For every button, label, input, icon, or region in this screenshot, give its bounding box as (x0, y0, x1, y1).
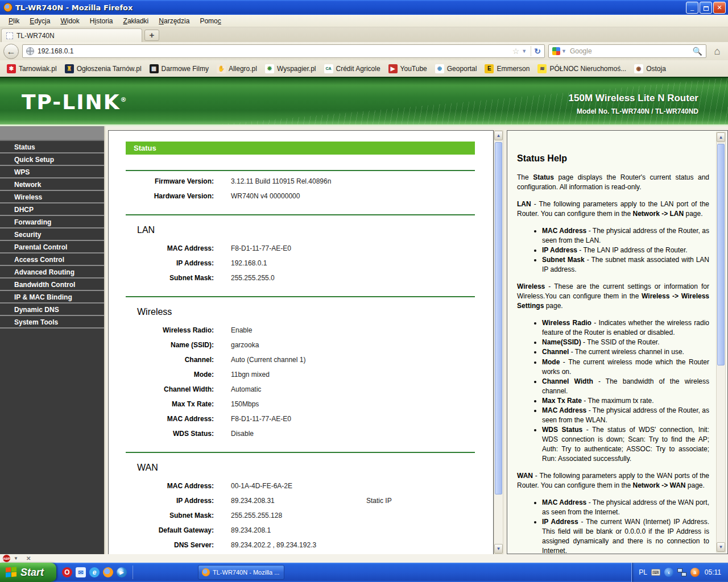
firefox-icon[interactable] (103, 567, 113, 577)
minimize-button[interactable]: _ (686, 2, 698, 14)
sidebar-item-status[interactable]: Status (0, 141, 104, 153)
hide-icons-icon[interactable]: ‹ (664, 568, 673, 577)
sidebar-item-dhcp[interactable]: DHCP (0, 203, 104, 216)
sidebar-item-wps[interactable]: WPS (0, 166, 104, 178)
bookmark-allegro-pl[interactable]: ✋Allegro.pl (213, 63, 260, 74)
internet-explorer-icon[interactable]: e (89, 567, 100, 577)
sidebar-item-access-control[interactable]: Access Control (0, 253, 104, 266)
network-icon[interactable] (677, 568, 686, 577)
bookmark-youtube[interactable]: ▶YouTube (385, 63, 431, 74)
menu-narzędzia[interactable]: Narzędzia (154, 16, 195, 26)
bookmark-emmerson[interactable]: EEmmerson (481, 63, 533, 74)
status-row: WDS Status:Disable (109, 426, 493, 441)
bookmark-label: PÓŁNOC Nieruchomoś... (549, 65, 626, 73)
bookmark-geoportal[interactable]: ⊕Geoportal (432, 63, 481, 74)
url-bar[interactable]: 192.168.0.1 ☆ ▼ ↻ (22, 44, 545, 58)
url-text[interactable]: 192.168.0.1 (38, 47, 512, 55)
tab-tl-wr740n[interactable]: TL-WR740N (1, 28, 142, 42)
main-scrollbar-thumb[interactable] (495, 142, 502, 494)
help-list-item: Wireless Radio - Indicates whether the w… (542, 318, 709, 338)
bookmark-cr-dit-agricole[interactable]: CACrédit Agricole (321, 63, 384, 74)
url-dropdown-icon[interactable]: ▼ (519, 48, 529, 54)
sidebar-item-forwarding[interactable]: Forwarding (0, 216, 104, 228)
search-icon[interactable]: 🔍 (693, 47, 702, 56)
back-button[interactable]: ← (3, 44, 19, 59)
bookmark-północ-nieruchomoś[interactable]: ≋PÓŁNOC Nieruchomoś... (534, 63, 630, 74)
sidebar-item-security[interactable]: Security (0, 228, 104, 241)
row-value: garzooka (231, 338, 259, 352)
bookmark-ostoja[interactable]: ◉Ostoja (631, 63, 669, 74)
sidebar-item-ip-&-mac-binding[interactable]: IP & MAC Binding (0, 291, 104, 304)
menu-zakładki[interactable]: Zakładki (118, 16, 154, 26)
tplink-banner: TP-LINK® 150M Wireless Lite N Router Mod… (0, 77, 728, 126)
reload-icon[interactable]: ↻ (533, 47, 542, 56)
sidebar-item-network[interactable]: Network (0, 178, 104, 191)
opera-icon[interactable]: O (62, 567, 72, 577)
restore-button[interactable] (700, 2, 712, 14)
bookmark-star-icon[interactable]: ☆ (512, 47, 520, 56)
bookmark-tarnowiak-pl[interactable]: ✱Tarnowiak.pl (3, 63, 60, 74)
taskbar-window-button[interactable]: TL-WR740N - Mozilla ... (198, 565, 284, 580)
close-button[interactable]: ✕ (713, 2, 726, 14)
help-scrollbar[interactable]: ▲ ▼ (716, 132, 726, 552)
sidebar-header (0, 126, 104, 141)
status-row: DNS Server:89.234.202.2 , 89.234.192.3 (109, 538, 493, 552)
search-box[interactable]: ▼ Google 🔍 (548, 44, 706, 58)
menu-widok[interactable]: Widok (55, 16, 84, 26)
home-icon[interactable]: ⌂ (710, 44, 725, 59)
search-engine-dropdown-icon[interactable]: ▼ (561, 48, 566, 54)
sidebar-item-bandwidth-control[interactable]: Bandwidth Control (0, 278, 104, 291)
row-value: 3.12.11 Build 110915 Rel.40896n (231, 174, 331, 189)
sidebar-item-wireless[interactable]: Wireless (0, 191, 104, 203)
window-title: TL-WR740N - Mozilla Firefox (15, 3, 686, 12)
sidebar-item-dynamic-dns[interactable]: Dynamic DNS (0, 304, 104, 316)
section-device-info: Firmware Version:3.12.11 Build 110915 Re… (109, 171, 493, 214)
sidebar-item-advanced-routing[interactable]: Advanced Routing (0, 266, 104, 278)
help-list-item: Name(SSID) - The SSID of the Router. (542, 338, 709, 347)
status-main-panel: Status Firmware Version:3.12.11 Build 11… (108, 130, 494, 554)
sidebar-item-system-tools[interactable]: System Tools (0, 316, 104, 329)
menu-plik[interactable]: Plik (3, 16, 24, 26)
status-row: Channel:Auto (Current channel 1) (109, 352, 493, 367)
menu-pomoc[interactable]: Pomoc (195, 16, 226, 26)
adblock-dropdown-icon[interactable]: ▼ (14, 556, 18, 561)
help-scroll-up-icon[interactable]: ▲ (717, 132, 725, 142)
language-indicator[interactable]: PL (639, 568, 647, 576)
row-label: IP Address: (126, 256, 214, 271)
row-value: WR740N v4 00000000 (231, 189, 300, 203)
row-label: Subnet Mask: (126, 271, 214, 285)
new-tab-button[interactable]: + (144, 30, 159, 41)
antivirus-icon[interactable]: a (690, 568, 700, 577)
row-label: WDS Status: (126, 426, 214, 441)
bookmark-ogłoszenia-tarnów-pl[interactable]: ♜Ogłoszenia Tarnów.pl (61, 63, 145, 74)
bookmark-darmowe-filmy[interactable]: ▦Darmowe Filmy (146, 63, 212, 74)
sidebar-item-parental-control[interactable]: Parental Control (0, 241, 104, 253)
media-player-icon[interactable]: ▶ (117, 567, 127, 577)
clock[interactable]: 05:11 (705, 568, 721, 576)
adblock-plus-icon[interactable]: ABP (3, 555, 10, 562)
credit-agricole-icon: CA (324, 64, 333, 73)
outlook-express-icon[interactable]: ✉ (76, 567, 86, 577)
bookmark-wyspagier-pl[interactable]: ❋Wyspagier.pl (262, 63, 320, 74)
content-region: StatusQuick SetupWPSNetworkWirelessDHCPF… (0, 126, 728, 554)
section-title: LAN (137, 225, 493, 235)
help-scrollbar-thumb[interactable] (717, 144, 725, 365)
status-row: Subnet Mask:255.255.255.128 (109, 508, 493, 523)
scroll-down-icon[interactable]: ▼ (494, 544, 503, 554)
help-list-item: MAC Address - The physical address of th… (542, 406, 709, 425)
menu-edycja[interactable]: Edycja (24, 16, 55, 26)
main-scrollbar[interactable]: ▲ ▼ (494, 130, 503, 554)
search-input[interactable]: Google (570, 47, 693, 55)
row-value: 192.168.0.1 (231, 256, 267, 271)
addon-bar-close-icon[interactable]: ✕ (26, 555, 31, 562)
sidebar-nav: StatusQuick SetupWPSNetworkWirelessDHCPF… (0, 126, 105, 554)
scroll-up-icon[interactable]: ▲ (494, 131, 503, 140)
screen: TL-WR740N - Mozilla Firefox _ ✕ PlikEdyc… (0, 0, 728, 582)
menu-historia[interactable]: Historia (85, 16, 118, 26)
help-scroll-down-icon[interactable]: ▼ (717, 542, 725, 552)
taskbar: Start O✉e▶ TL-WR740N - Mozilla ... PL ⌨ … (0, 563, 728, 582)
help-list: MAC Address - The physical address of th… (517, 226, 709, 275)
keyboard-icon[interactable]: ⌨ (651, 569, 660, 576)
sidebar-item-quick-setup[interactable]: Quick Setup (0, 153, 104, 166)
start-button[interactable]: Start (0, 563, 56, 582)
